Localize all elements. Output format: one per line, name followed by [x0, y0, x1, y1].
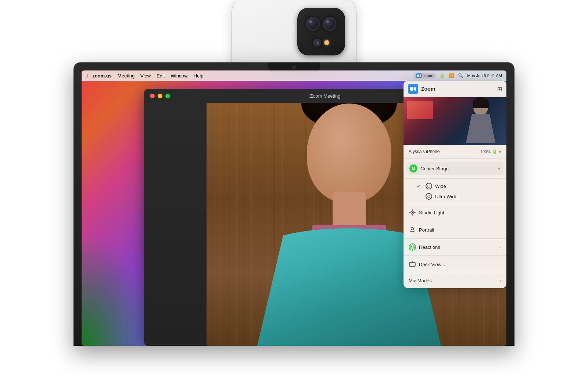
- svg-rect-0: [417, 75, 419, 77]
- svg-rect-2: [410, 87, 413, 91]
- center-stage-chevron-icon: ∨: [498, 166, 501, 171]
- center-stage-label: Center Stage: [420, 166, 495, 171]
- device-row: Alyssa's iPhone 100% 🔋 ∨: [404, 147, 506, 156]
- mic-modes-label: Mic Modes: [409, 278, 497, 283]
- mic-modes-chevron-icon: ›: [500, 279, 501, 283]
- svg-point-5: [413, 168, 414, 168]
- battery-icon: 🔋: [492, 149, 497, 154]
- person-neck: [333, 192, 366, 228]
- portrait-icon: [409, 226, 416, 233]
- dropdown-device-section: Alyssa's iPhone 100% 🔋 ∨: [404, 145, 506, 159]
- menubar-datetime: Mon Jun 5 9:41 AM: [467, 73, 502, 78]
- studio-light-label: Studio Light: [419, 210, 501, 215]
- zoom-header-menu-icon[interactable]: ⊞: [497, 86, 502, 92]
- reactions-chevron-icon: ›: [500, 245, 501, 249]
- menubar-right: zoom 🔋 📶 🔍 Mon Jun 5 9:41 AM: [414, 73, 502, 79]
- device-chevron-icon[interactable]: ∨: [499, 150, 501, 154]
- macbook-screen:  zoom.us Meeting View Edit Window Help: [82, 70, 506, 346]
- device-name-label: Alyssa's iPhone: [409, 149, 440, 154]
- ultra-wide-lens-row[interactable]: ✓ Ultra Wide: [404, 191, 506, 202]
- dropdown-desk-view-section: Desk View...: [404, 256, 506, 273]
- studio-light-item[interactable]: Studio Light: [404, 206, 506, 219]
- dropdown-portrait-section: Portrait: [404, 221, 506, 239]
- battery-percentage: 100%: [480, 149, 491, 154]
- menubar-help[interactable]: Help: [194, 73, 204, 79]
- camera-flash: [324, 40, 329, 45]
- svg-point-13: [411, 228, 414, 230]
- apple-menu-icon[interactable]: : [86, 73, 88, 79]
- menubar-view[interactable]: View: [140, 73, 151, 79]
- svg-marker-1: [420, 74, 421, 77]
- menubar-app-name[interactable]: zoom.us: [92, 73, 112, 79]
- ultra-wide-lens-icon: [426, 193, 432, 200]
- studio-light-icon: [409, 209, 416, 216]
- reactions-item[interactable]: Reactions ›: [404, 241, 506, 253]
- svg-point-16: [413, 246, 414, 247]
- tray-zoom-button[interactable]: zoom: [414, 73, 435, 79]
- thumb-painting: [407, 101, 433, 119]
- dropdown-mic-modes-section: Mic Modes ›: [404, 273, 506, 288]
- window-controls: [150, 94, 170, 98]
- svg-point-15: [411, 246, 412, 247]
- svg-point-18: [412, 261, 413, 262]
- video-sidebar: [144, 103, 207, 346]
- macbook-device:  zoom.us Meeting View Edit Window Help: [74, 62, 514, 346]
- wide-lens-icon: [426, 183, 432, 189]
- window-minimize-button[interactable]: [158, 94, 162, 98]
- portrait-label: Portrait: [419, 227, 501, 233]
- menubar-battery-icon: 🔋: [439, 73, 445, 79]
- menubar-search-icon[interactable]: 🔍: [458, 73, 463, 78]
- iphone-camera-module: [297, 8, 345, 55]
- battery-info: 100% 🔋 ∨: [480, 149, 501, 154]
- zoom-app-icon: [408, 84, 418, 94]
- camera-lens-main: [306, 17, 320, 31]
- window-close-button[interactable]: [150, 94, 155, 98]
- zoom-dropdown-panel: Zoom ⊞: [404, 81, 506, 288]
- desk-view-item[interactable]: Desk View...: [404, 258, 506, 271]
- svg-marker-3: [414, 87, 416, 91]
- person-head: [307, 104, 391, 203]
- tray-zoom-label: zoom: [423, 73, 433, 78]
- camera-lens-ultrawide: [313, 39, 321, 47]
- reactions-label: Reactions: [419, 244, 497, 250]
- menubar-window[interactable]: Window: [171, 73, 187, 79]
- window-maximize-button[interactable]: [165, 94, 170, 98]
- wide-lens-row[interactable]: ✓ Wide: [404, 181, 506, 191]
- notch-camera: [292, 66, 296, 69]
- wide-label: Wide: [435, 184, 501, 189]
- portrait-item[interactable]: Portrait: [404, 224, 506, 236]
- menubar-wifi-icon: 📶: [449, 73, 454, 78]
- wide-check-icon: ✓: [417, 184, 423, 189]
- window-title: Zoom Meeting: [310, 93, 340, 99]
- reactions-icon: [409, 243, 416, 251]
- dropdown-reactions-section: Reactions ›: [404, 239, 506, 256]
- center-stage-row[interactable]: Center Stage ∨: [406, 162, 503, 175]
- thumb-person-silhouette: [462, 97, 499, 145]
- dropdown-lens-section: ✓ Wide ✓ Ultra Wide: [404, 179, 506, 204]
- svg-point-14: [410, 245, 415, 249]
- mic-modes-item[interactable]: Mic Modes ›: [404, 275, 506, 286]
- dropdown-center-stage-section: Center Stage ∨: [404, 159, 506, 179]
- ultra-wide-label: Ultra Wide: [435, 194, 501, 199]
- menubar-meeting[interactable]: Meeting: [118, 73, 135, 79]
- center-stage-icon: [409, 164, 417, 173]
- camera-lens-telephoto: [323, 17, 337, 31]
- menubar-items: zoom.us Meeting View Edit Window Help: [92, 73, 203, 79]
- dropdown-studio-light-section: Studio Light: [404, 204, 506, 221]
- macos-menubar:  zoom.us Meeting View Edit Window Help: [82, 70, 506, 81]
- desk-view-label: Desk View...: [419, 262, 501, 267]
- macbook-bezel:  zoom.us Meeting View Edit Window Help: [74, 62, 514, 346]
- svg-point-8: [412, 212, 413, 213]
- desk-view-icon: [409, 261, 416, 268]
- zoom-dropdown-app-name: Zoom: [421, 86, 494, 92]
- zoom-dropdown-header: Zoom ⊞: [404, 81, 506, 97]
- menubar-edit[interactable]: Edit: [157, 73, 165, 79]
- video-thumbnail: [404, 97, 506, 145]
- tray-zoom-icon: [416, 73, 422, 78]
